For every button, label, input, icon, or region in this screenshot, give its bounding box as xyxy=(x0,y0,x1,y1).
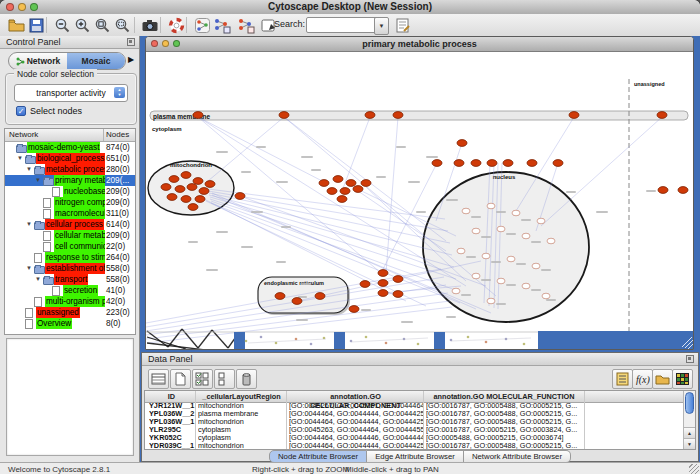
node[interactable] xyxy=(522,283,530,289)
node[interactable] xyxy=(527,160,537,167)
birds-eye-view-panel[interactable] xyxy=(6,338,134,456)
tree-row[interactable]: ▼transport558(0) xyxy=(5,274,135,285)
plasma-membrane-region[interactable] xyxy=(150,111,688,120)
node[interactable] xyxy=(658,187,668,194)
import-attributes-icon[interactable] xyxy=(652,369,673,389)
node[interactable] xyxy=(346,180,356,187)
node[interactable] xyxy=(472,228,480,234)
node[interactable] xyxy=(497,278,505,284)
table-row[interactable]: YPL036W__2plasma membrane[GO:0044464, GO… xyxy=(145,410,683,418)
tree-row[interactable]: ▼metabolic process280(0) xyxy=(5,164,135,175)
zoom-fit-icon[interactable] xyxy=(112,15,132,35)
column-header[interactable]: annotation.GO MOLECULAR_FUNCTION xyxy=(424,392,584,401)
first-neighbors-icon[interactable] xyxy=(212,15,232,35)
node-color-dropdown[interactable]: transporter activity ▲▼ xyxy=(14,84,128,102)
node[interactable] xyxy=(393,291,403,298)
table-row[interactable]: YJR121W__1mitochondrion[GO:0045267, GO:0… xyxy=(145,402,683,410)
table-row[interactable]: YPL036W__1mitochondrion[GO:0044464, GO:0… xyxy=(145,418,683,426)
tree-row[interactable]: nucleobase-209(0) xyxy=(5,186,135,197)
edge-dark[interactable] xyxy=(212,330,228,348)
node[interactable] xyxy=(187,184,197,191)
node[interactable] xyxy=(487,203,495,209)
delete-attribute-icon[interactable] xyxy=(236,369,257,389)
node[interactable] xyxy=(547,238,555,244)
column-header[interactable]: _cellularLayoutRegion xyxy=(196,392,287,401)
node[interactable] xyxy=(487,160,497,167)
select-attributes-icon[interactable] xyxy=(192,369,213,389)
tree-row[interactable]: ▼primary metabo209(... xyxy=(5,175,135,186)
node[interactable] xyxy=(365,112,375,119)
node[interactable] xyxy=(393,112,403,119)
node[interactable] xyxy=(279,112,289,119)
create-network-icon[interactable] xyxy=(192,15,212,35)
network-tree-header[interactable]: Network Nodes xyxy=(5,129,135,142)
formula-builder-icon[interactable]: f(x) xyxy=(632,369,653,389)
node[interactable] xyxy=(457,140,467,147)
dropdown-stepper-icon[interactable]: ▲▼ xyxy=(114,87,125,98)
column-header[interactable]: ID xyxy=(147,392,196,401)
edge[interactable] xyxy=(198,117,466,286)
node[interactable] xyxy=(452,288,460,294)
select-nodes-checkbox[interactable]: ✓ xyxy=(16,106,26,116)
tree-row[interactable]: macromolecule311(0) xyxy=(5,208,135,219)
node[interactable] xyxy=(193,112,203,119)
node[interactable] xyxy=(205,181,215,188)
node[interactable] xyxy=(542,293,550,299)
open-session-icon[interactable] xyxy=(6,15,26,35)
node[interactable] xyxy=(378,290,388,297)
resize-grip[interactable] xyxy=(689,464,699,474)
node[interactable] xyxy=(553,160,563,167)
node[interactable] xyxy=(193,178,203,185)
node[interactable] xyxy=(503,160,513,167)
attribute-table-icon[interactable] xyxy=(148,369,169,389)
node[interactable] xyxy=(454,160,464,167)
nucleus-region[interactable] xyxy=(423,172,589,322)
tree-row[interactable]: cellular metabol209(0) xyxy=(5,230,135,241)
tree-column-nodes[interactable]: Nodes xyxy=(106,130,129,139)
scroll-down-icon[interactable]: ▼ xyxy=(684,438,695,449)
node[interactable] xyxy=(522,233,530,239)
node[interactable] xyxy=(678,187,688,194)
node[interactable] xyxy=(361,180,371,187)
save-session-icon[interactable] xyxy=(26,15,46,35)
table-scrollbar[interactable]: ▲ ▼ xyxy=(683,391,695,449)
node[interactable] xyxy=(472,273,480,279)
tree-row[interactable]: secretion41(0) xyxy=(5,285,135,296)
expand-arrow-icon[interactable]: ▼ xyxy=(17,155,23,161)
tree-row[interactable]: ▼cellular process614(0) xyxy=(5,219,135,230)
zoom-out-icon[interactable] xyxy=(52,15,72,35)
node[interactable] xyxy=(537,218,545,224)
table-row[interactable]: YDR039C__1mitochondrion[GO:0044464, GO:0… xyxy=(145,442,683,450)
attribute-table[interactable]: ID_cellularLayoutRegionannotation.GO CEL… xyxy=(144,390,696,450)
node[interactable] xyxy=(378,280,388,287)
edge-dark[interactable] xyxy=(198,330,212,348)
node[interactable] xyxy=(471,160,481,167)
node[interactable] xyxy=(482,253,490,259)
node[interactable] xyxy=(195,196,205,203)
node[interactable] xyxy=(275,293,285,300)
float-panel-icon[interactable] xyxy=(127,38,135,46)
node[interactable] xyxy=(169,176,179,183)
float-panel-icon[interactable] xyxy=(686,355,694,363)
color-matrix-icon[interactable] xyxy=(672,369,693,389)
tree-row[interactable]: mosaic-demo-yeast874(0) xyxy=(5,142,135,153)
network-view-window[interactable]: primary metabolic process plasma membran… xyxy=(145,36,694,350)
node[interactable] xyxy=(353,186,363,193)
node[interactable] xyxy=(349,306,359,313)
node[interactable] xyxy=(315,293,325,300)
node[interactable] xyxy=(188,204,198,211)
tree-row[interactable]: Overview8(0) xyxy=(5,318,135,329)
node[interactable] xyxy=(199,188,209,195)
node[interactable] xyxy=(319,180,329,187)
node[interactable] xyxy=(569,112,579,119)
node[interactable] xyxy=(487,298,495,304)
edge[interactable] xyxy=(209,193,450,243)
tree-row[interactable]: nitrogen compo209(0) xyxy=(5,197,135,208)
node[interactable] xyxy=(462,208,470,214)
node[interactable] xyxy=(167,194,177,201)
edge[interactable] xyxy=(386,117,398,273)
table-row[interactable]: YLR295Ccytoplasm[GO:0045263, GO:0044464,… xyxy=(145,426,683,434)
tree-row[interactable]: response to stimul264(0) xyxy=(5,252,135,263)
node[interactable] xyxy=(235,193,245,200)
node[interactable] xyxy=(532,263,540,269)
